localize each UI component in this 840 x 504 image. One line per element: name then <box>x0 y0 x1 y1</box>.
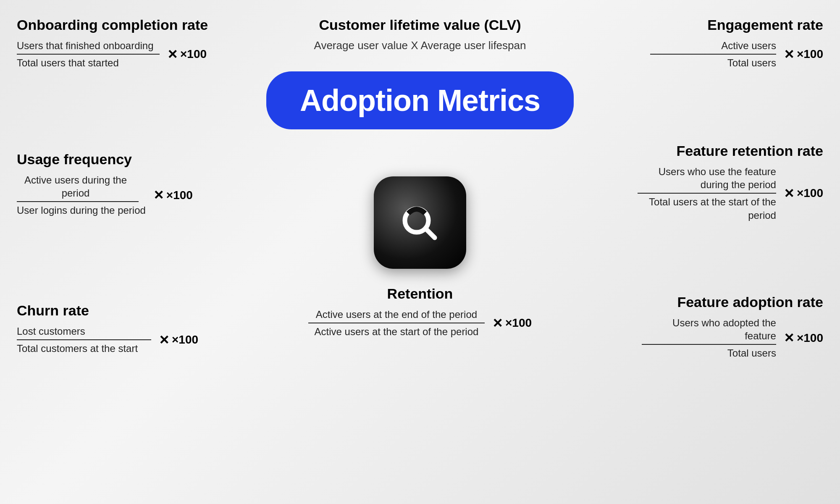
fraction-line <box>17 54 160 55</box>
fraction-line <box>642 344 776 345</box>
svg-line-1 <box>425 228 435 238</box>
engagement-denominator: Total users <box>727 56 776 69</box>
churn-multiplier: ✕×100 <box>159 333 198 347</box>
retention-numerator: Active users at the end of the period <box>308 308 485 321</box>
onboarding-numerator: Users that finished onboarding <box>17 39 154 52</box>
metric-churn: Churn rate Lost customers Total customer… <box>17 302 202 355</box>
clv-title: Customer lifetime value (CLV) <box>311 17 529 33</box>
retention-title: Retention <box>311 286 529 302</box>
page-container: Adoption Metrics Onboarding completion r… <box>0 0 840 504</box>
churn-numerator: Lost customers <box>17 325 85 338</box>
fraction-line <box>638 193 776 194</box>
feature-retention-denominator: Total users at the start of the period <box>638 195 776 221</box>
usage-fraction: Active users during the period User logi… <box>17 173 146 217</box>
engagement-numerator: Active users <box>721 39 776 52</box>
fraction-line <box>308 323 485 323</box>
feature-retention-multiplier: ✕×100 <box>784 186 823 201</box>
usage-denominator: User logins during the period <box>17 204 146 217</box>
feature-retention-fraction: Users who use the feature during the per… <box>638 165 776 222</box>
churn-fraction: Lost customers Total customers at the st… <box>17 325 151 355</box>
metric-onboarding: Onboarding completion rate Users that fi… <box>17 17 210 69</box>
metric-retention: Retention Active users at the end of the… <box>311 286 529 338</box>
onboarding-multiplier: ✕×100 <box>167 47 207 62</box>
fraction-line <box>17 339 151 340</box>
feature-adoption-title: Feature adoption rate <box>638 294 823 310</box>
usage-title: Usage frequency <box>17 151 202 168</box>
churn-title: Churn rate <box>17 302 202 319</box>
app-icon-svg <box>395 197 445 248</box>
feature-adoption-numerator: Users who adopted the feature <box>638 316 776 342</box>
feature-adoption-multiplier: ✕×100 <box>784 331 823 345</box>
metric-usage: Usage frequency Active users during the … <box>17 151 202 217</box>
page-title: Adoption Metrics <box>300 84 540 117</box>
metric-feature-adoption: Feature adoption rate Users who adopted … <box>638 294 823 360</box>
retention-multiplier: ✕×100 <box>492 316 532 331</box>
engagement-fraction: Active users Total users <box>650 39 776 69</box>
feature-adoption-fraction: Users who adopted the feature Total user… <box>638 316 776 360</box>
usage-multiplier: ✕×100 <box>153 188 193 202</box>
retention-fraction: Active users at the end of the period Ac… <box>308 308 485 338</box>
engagement-title: Engagement rate <box>647 17 823 33</box>
engagement-multiplier: ✕×100 <box>784 47 823 62</box>
clv-formula: Average user value X Average user lifesp… <box>311 39 529 52</box>
fraction-line <box>650 54 776 55</box>
churn-denominator: Total customers at the start <box>17 342 138 355</box>
fraction-line <box>17 201 139 202</box>
feature-adoption-denominator: Total users <box>727 346 776 360</box>
app-icon <box>374 176 466 269</box>
usage-numerator: Active users during the period <box>17 173 134 200</box>
retention-denominator: Active users at the start of the period <box>308 325 485 338</box>
onboarding-denominator: Total users that started <box>17 56 119 69</box>
metric-engagement: Engagement rate Active users Total users… <box>647 17 823 69</box>
feature-retention-numerator: Users who use the feature during the per… <box>638 165 776 191</box>
onboarding-title: Onboarding completion rate <box>17 17 210 33</box>
onboarding-fraction: Users that finished onboarding Total use… <box>17 39 160 69</box>
metric-feature-retention: Feature retention rate Users who use the… <box>638 143 823 222</box>
center-badge: Adoption Metrics <box>266 71 574 129</box>
metric-clv: Customer lifetime value (CLV) Average us… <box>311 17 529 52</box>
feature-retention-title: Feature retention rate <box>638 143 823 159</box>
